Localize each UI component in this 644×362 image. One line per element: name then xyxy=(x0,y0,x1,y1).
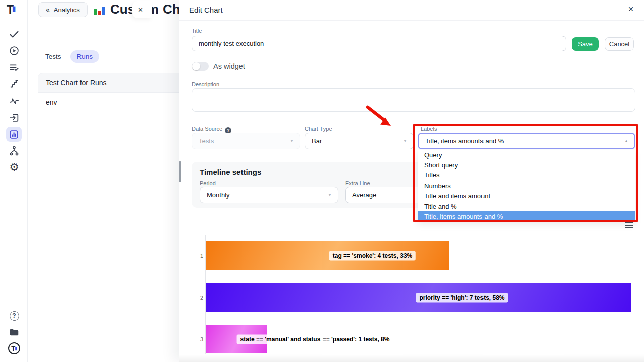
labels-option[interactable]: Title and items amount xyxy=(418,191,635,201)
chevron-up-icon: ▲ xyxy=(624,139,628,143)
save-button[interactable]: Save xyxy=(572,37,599,51)
labels-option[interactable]: Title and % xyxy=(418,201,635,211)
branch-icon[interactable] xyxy=(8,145,20,157)
back-to-analytics-button[interactable]: « Analytics xyxy=(38,2,88,17)
settings-gear-icon[interactable]: ⚙ xyxy=(8,161,20,173)
title-input[interactable]: monthly test execution xyxy=(192,36,566,51)
analytics-charts-icon[interactable] xyxy=(6,127,22,142)
labels-select[interactable]: Title, items amounts and % ▲ xyxy=(418,133,635,149)
labels-dropdown-menu: QueryShort queryTitlesNumbersTitle and i… xyxy=(418,150,635,222)
collapse-chevrons-icon: « xyxy=(46,6,50,14)
data-source-select[interactable]: Tests ▼ xyxy=(192,133,300,149)
bar-row: 1tag == 'smoke': 4 tests, 33% xyxy=(206,241,631,270)
bar-value-label: tag == 'smoke': 4 tests, 33% xyxy=(329,251,416,260)
labels-label: Labels xyxy=(421,126,437,132)
tab-runs[interactable]: Runs xyxy=(70,50,100,63)
bar-index-label: 2 xyxy=(195,295,203,301)
chart-menu-icon[interactable] xyxy=(625,222,633,230)
chevron-down-icon: ▼ xyxy=(403,139,407,143)
timeline-settings-heading: Timeline settings xyxy=(200,168,261,176)
help-icon[interactable]: ? xyxy=(8,310,20,322)
bar-value-label: priority == 'high': 7 tests, 58% xyxy=(416,293,508,302)
bottom-fade xyxy=(179,354,644,362)
import-icon[interactable] xyxy=(8,112,20,124)
bar-row: 2priority == 'high': 7 tests, 58% xyxy=(206,283,631,312)
runs-play-icon[interactable] xyxy=(8,45,20,57)
labels-option[interactable]: Numbers xyxy=(418,180,635,191)
edit-chart-panel: Edit Chart ✕ Title monthly test executio… xyxy=(179,0,644,362)
panel-close-icon[interactable]: ✕ xyxy=(628,5,634,13)
pulse-icon[interactable] xyxy=(8,95,20,107)
description-textarea[interactable] xyxy=(192,88,635,112)
as-widget-toggle[interactable] xyxy=(192,62,209,71)
panel-header: Edit Chart ✕ xyxy=(179,0,644,21)
close-chart-tab-button[interactable]: ✕ xyxy=(132,1,152,18)
period-select[interactable]: Monthly ▼ xyxy=(200,187,338,203)
tabs: Tests Runs xyxy=(43,50,99,63)
close-icon: ✕ xyxy=(138,6,143,14)
labels-option[interactable]: Query xyxy=(418,150,635,160)
chart-axis-line xyxy=(205,235,206,354)
test-plans-list-icon[interactable] xyxy=(8,61,20,73)
app-logo[interactable]: T▮ xyxy=(7,3,15,17)
bar-index-label: 3 xyxy=(195,336,203,342)
scrollbar-thumb[interactable] xyxy=(179,161,181,182)
bar-row: 3state == 'manual' and status == 'passed… xyxy=(206,325,631,353)
chevron-down-icon: ▼ xyxy=(328,193,332,197)
tab-tests[interactable]: Tests xyxy=(43,50,63,63)
panel-title: Edit Chart xyxy=(189,6,223,14)
bar-index-label: 1 xyxy=(195,253,203,259)
period-label: Period xyxy=(200,180,216,186)
extra-line-label: Extra Line xyxy=(345,180,370,186)
as-widget-label: As widget xyxy=(213,62,245,70)
labels-option[interactable]: Title, items amounts and % xyxy=(418,211,635,221)
title-field-label: Title xyxy=(192,28,202,34)
cancel-button[interactable]: Cancel xyxy=(605,37,634,51)
chart-type-select[interactable]: Bar ▼ xyxy=(305,133,414,149)
description-field-label: Description xyxy=(192,81,219,87)
chevron-down-icon: ▼ xyxy=(290,139,294,143)
tests-check-icon[interactable] xyxy=(8,28,20,40)
chart-icon xyxy=(94,4,107,16)
projects-folder-icon[interactable] xyxy=(8,326,20,338)
steps-stairs-icon[interactable] xyxy=(8,78,20,90)
labels-option[interactable]: Titles xyxy=(418,170,635,180)
bar-value-label: state == 'manual' and status == 'passed'… xyxy=(237,334,393,344)
labels-option[interactable]: Short query xyxy=(418,160,635,170)
account-logo-icon[interactable]: T▮ xyxy=(8,342,20,354)
sidebar-rail: T▮ ⚙ ? T▮ xyxy=(0,0,28,362)
chart-type-label: Chart Type xyxy=(305,126,332,132)
